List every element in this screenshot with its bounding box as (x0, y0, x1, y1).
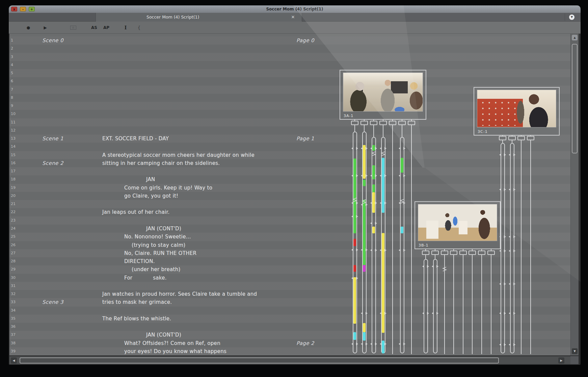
take-capsule[interactable] (510, 143, 514, 353)
horizontal-scrollbar[interactable]: ◀ ▶ (9, 356, 570, 364)
script-line[interactable]: 35The Ref blows the whistle. (9, 315, 570, 323)
script-content-area[interactable]: 1Scene 0Page 02345678910111213Scene 1EXT… (9, 34, 570, 355)
take-tab[interactable] (431, 251, 439, 255)
take-line[interactable] (491, 255, 491, 354)
take-line[interactable] (512, 140, 512, 143)
script-line[interactable]: 6 (9, 77, 570, 86)
take-tab[interactable] (389, 121, 396, 125)
take-line[interactable] (364, 125, 365, 132)
take-tab[interactable] (360, 121, 368, 125)
script-line[interactable]: 37JAN (CONT'D) (9, 331, 570, 339)
take-tab[interactable] (408, 121, 415, 125)
script-text[interactable]: No. Nononono! Sweetie... (124, 233, 191, 241)
take-tab[interactable] (379, 121, 387, 125)
script-line[interactable]: 33Scene 3tries to mask her grimace. (9, 298, 570, 307)
aligned-pages-button[interactable]: AP (102, 22, 111, 34)
take-tab[interactable] (450, 251, 457, 255)
script-line[interactable]: 4 (9, 61, 570, 69)
clip-thumbnail-3c-1[interactable]: 3C-1 (474, 87, 560, 136)
take-tab[interactable] (441, 251, 448, 255)
take-line[interactable] (521, 140, 522, 354)
take-tab[interactable] (422, 251, 429, 255)
cue-bracket-icon[interactable]: { (136, 22, 142, 34)
take-tab[interactable] (478, 251, 485, 255)
play-button[interactable]: ▶ (41, 22, 49, 34)
script-line[interactable]: 18JAN (9, 175, 570, 184)
script-text[interactable]: A stereotypical soccer mom cheers her da… (102, 151, 255, 160)
script-line[interactable]: 20go Claire, you got it! (9, 192, 570, 200)
close-window-button[interactable]: x (11, 7, 17, 11)
take-line[interactable] (373, 125, 374, 137)
script-text[interactable]: tries to mask her grimace. (102, 298, 172, 307)
text-cursor-icon[interactable]: I (122, 22, 129, 34)
take-tab[interactable] (517, 136, 525, 140)
tab-close-icon[interactable]: ✕ (290, 14, 296, 20)
take-tab[interactable] (527, 136, 534, 140)
take-line[interactable] (411, 125, 412, 354)
script-line[interactable]: 14 (9, 143, 570, 151)
take-line[interactable] (383, 125, 383, 137)
script-text[interactable]: JAN (CONT'D) (146, 331, 181, 339)
script-line[interactable]: 1Scene 0Page 0 (9, 36, 570, 45)
vertical-scrollbar[interactable]: ▲ ▼ (570, 34, 579, 355)
script-line[interactable]: 36 (9, 323, 570, 331)
scroll-up-button[interactable]: ▲ (572, 35, 578, 40)
script-line[interactable]: 39your eyes! Do you know what happens (9, 347, 570, 355)
take-capsule[interactable] (424, 259, 428, 353)
script-line[interactable]: 17 (9, 167, 570, 176)
take-line[interactable] (453, 255, 454, 354)
minimize-window-button[interactable]: - (20, 7, 26, 11)
take-line[interactable] (435, 255, 435, 259)
script-line[interactable]: 2 (9, 45, 570, 53)
script-line[interactable]: 19Come on girls. Keep it up! Way to (9, 184, 570, 192)
script-line[interactable]: 32Jan watches in proud horror. Sees Clai… (9, 290, 570, 298)
script-text[interactable]: DIRECTION. (124, 257, 155, 266)
take-line[interactable] (481, 255, 482, 354)
tab-menu-button[interactable]: ▼ (569, 14, 574, 20)
take-line[interactable] (402, 125, 402, 137)
clip-frame-icon[interactable] (70, 26, 76, 30)
script-text[interactable]: Come on girls. Keep it up! Way to (124, 184, 212, 192)
script-text[interactable]: (under her breath) (132, 265, 181, 274)
script-line[interactable]: 28DIRECTION. (9, 257, 570, 266)
script-text[interactable]: (trying to stay calm) (132, 241, 185, 250)
take-tab[interactable] (398, 121, 406, 125)
record-button[interactable]: ● (24, 22, 32, 34)
script-text[interactable]: sitting in her camping chair on the side… (102, 159, 220, 168)
take-tab[interactable] (351, 121, 358, 125)
take-tab[interactable] (508, 136, 516, 140)
script-text[interactable]: JAN (146, 175, 155, 184)
script-line[interactable]: 31 (9, 282, 570, 290)
take-tab[interactable] (469, 251, 476, 255)
take-line[interactable] (425, 255, 426, 259)
script-text[interactable]: go Claire, you got it! (124, 192, 178, 200)
take-line[interactable] (463, 255, 463, 354)
script-text[interactable]: EXT. SOCCER FIELD - DAY (102, 135, 169, 143)
clip-thumbnail-3a-1[interactable]: 3A-1 (340, 70, 426, 120)
horizontal-scrollbar-thumb[interactable] (20, 357, 499, 364)
take-line[interactable] (530, 140, 531, 354)
script-line[interactable]: 27No, Claire. RUN THE OTHER (9, 249, 570, 258)
all-takes-button[interactable]: AS (90, 22, 99, 34)
script-text[interactable]: your eyes! Do you know what happens (124, 347, 226, 355)
script-text[interactable]: For sake. (124, 274, 167, 282)
script-text[interactable]: Jan leaps out of her chair. (102, 208, 170, 216)
script-text[interactable]: Jan watches in proud horror. Sees Claire… (102, 290, 257, 298)
script-line[interactable]: 38What? Offsides?! Come on Ref, openPage… (9, 339, 570, 348)
vertical-scrollbar-thumb[interactable] (572, 44, 578, 153)
script-line[interactable]: 3 (9, 53, 570, 61)
script-line[interactable]: 15A stereotypical soccer mom cheers her … (9, 151, 570, 160)
take-tab[interactable] (370, 121, 377, 125)
take-line[interactable] (354, 125, 355, 132)
script-line[interactable]: 34 (9, 307, 570, 315)
take-capsule[interactable] (433, 259, 437, 353)
zoom-window-button[interactable]: + (29, 7, 35, 11)
script-text[interactable]: What? Offsides?! Come on Ref, open (124, 339, 220, 348)
take-line[interactable] (392, 125, 393, 354)
script-text[interactable]: JAN (CONT'D) (146, 225, 181, 233)
take-capsule[interactable] (501, 143, 505, 353)
take-line[interactable] (502, 140, 503, 143)
scroll-left-button[interactable]: ◀ (11, 357, 17, 364)
scroll-down-button[interactable]: ▼ (572, 348, 578, 354)
script-line[interactable]: 5 (9, 69, 570, 78)
